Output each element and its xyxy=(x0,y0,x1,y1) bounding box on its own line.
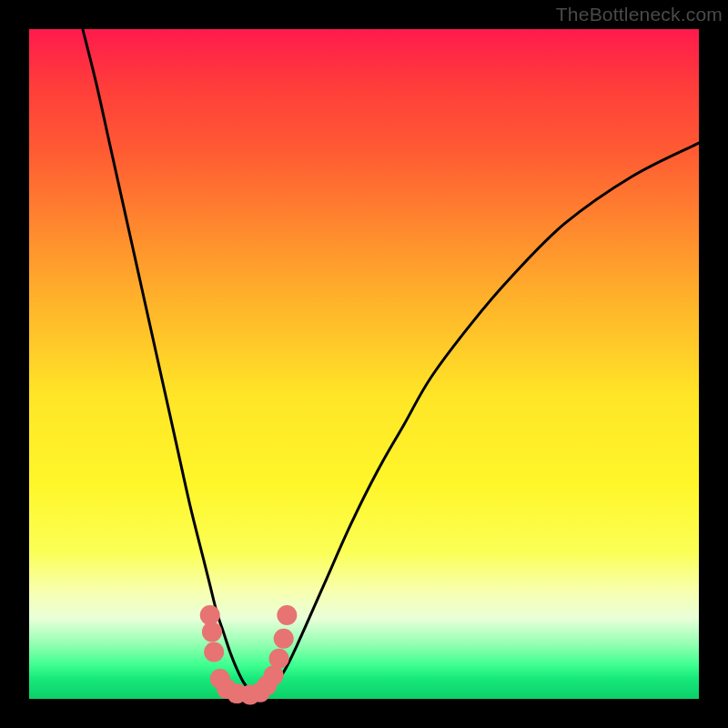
watermark-text: TheBottleneck.com xyxy=(556,4,723,25)
curve-marker xyxy=(202,622,222,642)
plot-area xyxy=(29,29,699,699)
curve-markers xyxy=(200,605,298,705)
curve-marker xyxy=(204,642,224,662)
chart-frame: TheBottleneck.com xyxy=(0,0,728,728)
bottleneck-curve xyxy=(83,29,699,696)
bottleneck-curve-svg xyxy=(29,29,699,699)
curve-marker xyxy=(269,649,289,669)
curve-marker xyxy=(274,629,294,649)
curve-marker xyxy=(277,605,297,625)
